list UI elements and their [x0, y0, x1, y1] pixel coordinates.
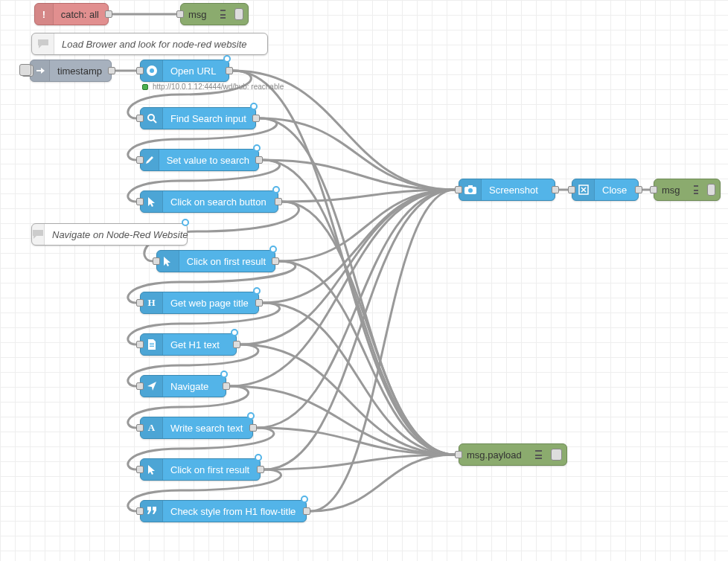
link-dot[interactable]	[231, 329, 238, 336]
input-port[interactable]	[455, 451, 462, 458]
output-port[interactable]	[275, 198, 282, 205]
wire[interactable]	[260, 118, 455, 190]
link-dot[interactable]	[182, 219, 189, 226]
link-dot[interactable]	[269, 246, 277, 253]
node-label: Click on first result	[179, 256, 275, 267]
wire[interactable]	[282, 202, 455, 455]
document-icon	[141, 334, 163, 355]
link-dot[interactable]	[255, 454, 262, 461]
link-dot[interactable]	[247, 412, 255, 420]
input-port[interactable]	[153, 257, 160, 265]
node-comment-navigate[interactable]: Navigate on Node-Red Website	[31, 223, 188, 246]
output-port[interactable]	[272, 257, 279, 265]
output-port[interactable]	[105, 10, 112, 18]
input-port[interactable]	[136, 67, 144, 74]
node-click-search-button[interactable]: Click on search button	[140, 190, 278, 213]
wire[interactable]	[263, 303, 455, 455]
node-debug-msg[interactable]: msg	[180, 3, 249, 25]
output-port[interactable]	[255, 299, 263, 307]
input-port[interactable]	[136, 299, 144, 307]
link-dot[interactable]	[220, 371, 228, 378]
output-port[interactable]	[252, 115, 260, 122]
output-port[interactable]	[249, 424, 257, 432]
status-text: http://10.0.1.12:4444/wd/hub: reachable	[153, 83, 284, 91]
output-port[interactable]	[223, 382, 230, 390]
output-port[interactable]	[303, 507, 310, 515]
wire[interactable]	[279, 261, 455, 455]
wire[interactable]	[310, 455, 455, 511]
node-set-value[interactable]: Set value to search	[140, 149, 259, 171]
chrome-icon	[141, 60, 163, 81]
wire[interactable]	[240, 344, 455, 455]
wire[interactable]	[257, 190, 455, 428]
node-label: Click on search button	[163, 196, 275, 208]
link-dot[interactable]	[272, 186, 280, 193]
node-click-first-result-1[interactable]: Click on first result	[156, 250, 275, 272]
node-inject-timestamp[interactable]: timestamp	[30, 60, 112, 82]
node-close[interactable]: Close	[572, 179, 639, 201]
node-label: Screenshot	[482, 185, 547, 196]
node-click-first-result-2[interactable]: Click on first result	[140, 458, 261, 481]
output-port[interactable]	[108, 67, 115, 74]
wire-layer	[0, 0, 728, 561]
wire[interactable]	[264, 455, 455, 469]
input-port[interactable]	[136, 424, 144, 432]
output-port[interactable]	[635, 186, 642, 193]
debug-toggle-button[interactable]	[551, 449, 562, 461]
node-check-style[interactable]: Check style from H1 flow-title	[140, 500, 307, 522]
input-port[interactable]	[136, 156, 144, 164]
node-label: Check style from H1 flow-title	[163, 506, 304, 517]
wire[interactable]	[310, 190, 455, 511]
magnifier-icon	[141, 108, 163, 129]
node-get-page-title[interactable]: H Get web page title	[140, 292, 259, 314]
node-comment-load-browser[interactable]: Load Brower and look for node-red websit…	[31, 33, 268, 55]
node-catch-all[interactable]: ! catch: all	[34, 3, 109, 25]
input-port[interactable]	[136, 198, 144, 205]
input-port[interactable]	[136, 466, 144, 473]
node-label: Set value to search	[159, 155, 258, 166]
debug-toggle-button[interactable]	[234, 8, 243, 20]
wire[interactable]	[279, 190, 455, 261]
link-dot[interactable]	[253, 287, 261, 295]
link-dot[interactable]	[250, 103, 258, 110]
output-port[interactable]	[226, 67, 233, 74]
link-dot[interactable]	[253, 144, 261, 152]
wire[interactable]	[230, 386, 455, 455]
input-port[interactable]	[136, 507, 144, 515]
wire[interactable]	[230, 190, 455, 386]
node-debug-msg-2[interactable]: msg	[654, 179, 721, 201]
node-screenshot[interactable]: Screenshot	[459, 179, 555, 201]
inject-trigger-button[interactable]	[19, 64, 31, 76]
node-navigate[interactable]: Navigate	[140, 375, 226, 397]
node-open-url[interactable]: Open URL http://10.0.1.12:4444/wd/hub: r…	[140, 60, 229, 82]
input-port[interactable]	[650, 186, 657, 193]
wire[interactable]	[263, 160, 455, 455]
input-port[interactable]	[455, 186, 462, 193]
cursor-icon	[157, 251, 179, 272]
wire[interactable]	[264, 190, 455, 469]
wire[interactable]	[263, 160, 455, 190]
node-label: Close	[595, 185, 636, 196]
output-port[interactable]	[257, 466, 264, 473]
input-port[interactable]	[136, 115, 144, 122]
input-port[interactable]	[136, 341, 144, 348]
node-write-search-text[interactable]: A Write search text	[140, 417, 253, 439]
node-debug-payload[interactable]: msg.payload	[459, 443, 567, 466]
output-port[interactable]	[552, 186, 559, 193]
wire[interactable]	[282, 190, 455, 202]
debug-bars-icon	[694, 185, 698, 194]
input-port[interactable]	[568, 186, 575, 193]
wire[interactable]	[263, 190, 455, 303]
node-get-h1-text[interactable]: Get H1 text	[140, 333, 237, 356]
wire[interactable]	[260, 118, 455, 455]
input-port[interactable]	[136, 382, 144, 390]
wire[interactable]	[257, 428, 455, 455]
debug-toggle-button[interactable]	[707, 184, 715, 196]
node-label: Find Search input	[163, 113, 255, 124]
output-port[interactable]	[233, 341, 240, 348]
link-dot[interactable]	[223, 55, 231, 62]
node-find-search-input[interactable]: Find Search input	[140, 107, 256, 129]
output-port[interactable]	[255, 156, 263, 164]
input-port[interactable]	[176, 10, 184, 18]
link-dot[interactable]	[301, 496, 308, 503]
